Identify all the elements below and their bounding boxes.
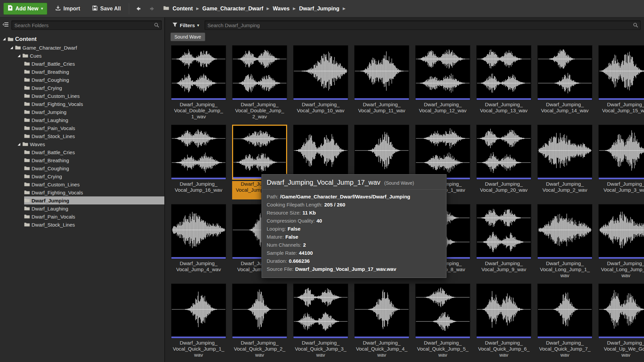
folder-icon	[24, 206, 30, 211]
asset-label: Dwarf_Jumping_Vocal_Long_Jump_2_wav	[598, 260, 644, 279]
expand-arrow-icon[interactable]	[17, 54, 21, 57]
search-assets-input[interactable]	[205, 20, 641, 30]
asset-label: Dwarf_Jumping_Vocal_Jump_16_wav	[171, 181, 226, 199]
add-new-button[interactable]: Add New ▾	[3, 3, 47, 15]
asset-tile[interactable]: Dwarf_Jumping_Vocal_Quick_Jump_5_wav	[415, 284, 470, 358]
folder-tree-item[interactable]: Waves	[0, 140, 164, 148]
asset-type-color-strip	[599, 178, 644, 179]
folder-icon	[8, 37, 13, 42]
folder-tree-item[interactable]: Content	[0, 35, 164, 44]
folder-tree-item[interactable]: Dwarf_Breathing	[0, 68, 164, 76]
asset-label: Dwarf_Jumping_Vocal_Jump_13_wav	[476, 102, 531, 120]
folder-tree-item[interactable]: Dwarf_Laughing	[0, 204, 164, 213]
folder-tree-item[interactable]: Cues	[0, 52, 164, 60]
folder-tree-item[interactable]: Dwarf_Fighting_Vocals	[0, 100, 164, 108]
asset-tile[interactable]: Dwarf_Jumping_Vocal_Jump_11_wav	[354, 45, 409, 120]
folder-tree-item[interactable]: Dwarf_Stock_Lines	[0, 221, 164, 229]
asset-tile[interactable]: Dwarf_Jumping_Vocal_Jump_12_wav	[415, 45, 470, 120]
folder-tree-item[interactable]: Dwarf_Battle_Cries	[0, 60, 164, 68]
breadcrumb-separator-icon: ▶	[293, 6, 296, 11]
asset-tile[interactable]: Dwarf_Jumping_Vocal_Quick_Jump_6_wav	[476, 284, 531, 358]
save-all-button[interactable]: Save All	[88, 3, 125, 15]
save-icon	[92, 5, 98, 12]
asset-tile[interactable]: Dwarf_Jumping_Vocal_Jump_10_wav	[293, 45, 348, 120]
folder-tree-item[interactable]: Dwarf_Battle_Cries	[0, 148, 164, 156]
filters-button[interactable]: Filters ▾	[170, 21, 201, 29]
breadcrumb-item[interactable]: Waves	[273, 6, 289, 12]
asset-tile[interactable]: Dwarf_Jumping_Vocal_Jump_14_wav	[537, 45, 592, 120]
folder-icon	[24, 158, 30, 163]
forward-button[interactable]	[147, 6, 157, 12]
asset-type-color-strip	[355, 98, 409, 100]
folder-tree-item[interactable]: Dwarf_Jumping	[0, 108, 164, 116]
filter-chip-sound-wave[interactable]: Sound Wave	[170, 33, 205, 41]
asset-tile[interactable]: Dwarf_Jumping_Vocal_Long_Jump_2_wav	[598, 204, 644, 279]
folder-tree-item[interactable]: Dwarf_Coughing	[0, 164, 164, 172]
sources-panel-toggle-icon[interactable]	[3, 22, 9, 28]
asset-tile[interactable]: Dwarf_Jumping_Vocal_Quick_Jump_7_wav	[537, 284, 592, 358]
asset-label: Dwarf_Jumping_Vocal_Quick_Jump_7_wav	[537, 340, 592, 358]
waveform-image	[599, 284, 644, 337]
expand-arrow-icon[interactable]	[9, 46, 13, 49]
folder-tree-item[interactable]: Dwarf_Crying	[0, 84, 164, 92]
waveform-image	[355, 125, 409, 178]
folder-icon	[24, 166, 30, 171]
asset-thumbnail	[171, 204, 226, 259]
asset-thumbnail	[476, 204, 531, 259]
asset-type-color-strip	[171, 337, 226, 338]
asset-thumbnail	[476, 284, 531, 339]
asset-tile[interactable]: Dwarf_Jumping_Vocal_Jump_2_wav	[537, 125, 592, 199]
asset-tile[interactable]: Dwarf_Jumping_Vocal_Quick_Jump_1_wav	[171, 284, 226, 358]
folder-tree-item[interactable]: Dwarf_Custom_Lines	[0, 92, 164, 100]
folder-tree-item[interactable]: Dwarf_Coughing	[0, 76, 164, 84]
asset-tile[interactable]: Dwarf_Jumping_Vocal_Jump_20_wav	[476, 125, 531, 199]
folder-tree-item[interactable]: Game_Character_Dwarf	[0, 44, 164, 52]
folder-tree-item[interactable]: Dwarf_Custom_Lines	[0, 180, 164, 188]
asset-tile[interactable]: Dwarf_Jumping_Vocal_Jump_9_wav	[476, 204, 531, 279]
breadcrumb-item[interactable]: Dwarf_Jumping	[299, 6, 339, 12]
asset-tile[interactable]: Dwarf_Jumping_Vocal_Quick_Jump_4_wav	[354, 284, 409, 358]
folder-tree-item[interactable]: Dwarf_Pain_Vocals	[0, 213, 164, 221]
asset-tile[interactable]: Dwarf_Jumping_Vocal_Jump_15_wav	[598, 45, 644, 120]
import-button[interactable]: Import	[51, 3, 84, 15]
asset-tile[interactable]: Dwarf_Jumping_Vocal_Jump_3_wav	[598, 125, 644, 199]
folder-tree-item[interactable]: Dwarf_Pain_Vocals	[0, 124, 164, 132]
asset-label: Dwarf_Jumping_Vocal_Jump_3_wav	[598, 181, 644, 199]
folder-tree: ContentGame_Character_DwarfCuesDwarf_Bat…	[0, 33, 164, 229]
folder-tree-item[interactable]: Dwarf_Jumping	[0, 196, 164, 204]
asset-tile[interactable]: Dwarf_Jumping_Vocal_Jump_13_wav	[476, 45, 531, 120]
asset-thumbnail	[232, 284, 287, 339]
tooltip-field: Resource Size:11 Kb	[267, 209, 441, 217]
folder-tree-item[interactable]: Dwarf_Breathing	[0, 156, 164, 164]
asset-tile[interactable]: Dwarf_Jumping_Vocal_Long_Jump_1_wav	[537, 204, 592, 279]
asset-label: Dwarf_Jumping_Vocal_Quick_Jump_6_wav	[476, 340, 531, 358]
waveform-image	[477, 125, 531, 178]
folder-icon	[24, 214, 30, 219]
folder-tree-item[interactable]: Dwarf_Crying	[0, 172, 164, 180]
asset-tile[interactable]: Dwarf_Jumping_Vocal_Double_Jump_1_wav	[171, 45, 226, 120]
asset-tile[interactable]: Dwarf_Jumping_Vocal_Quick_Jump_2_wav	[232, 284, 287, 358]
asset-label: Dwarf_Jumping_Vocal_Jump_11_wav	[354, 102, 409, 120]
asset-tile[interactable]: Dwarf_Jumping_Vocal_Double_Jump_2_wav	[232, 45, 287, 120]
folder-tree-item[interactable]: Dwarf_Laughing	[0, 116, 164, 124]
waveform-image	[538, 204, 592, 257]
folder-tree-item[interactable]: Dwarf_Fighting_Vocals	[0, 188, 164, 196]
breadcrumb-item[interactable]: Game_Character_Dwarf	[202, 6, 263, 12]
folder-tree-item[interactable]: Dwarf_Stock_Lines	[0, 132, 164, 140]
asset-tile[interactable]: Dwarf_Jumping_Vocal_Quick_Jump_3_wav	[293, 284, 348, 358]
chevron-down-icon: ▾	[41, 6, 43, 11]
asset-label: Dwarf_Jumping_Vocal_Long_Jump_1_wav	[537, 260, 592, 279]
waveform-image	[477, 284, 531, 337]
folder-name: Dwarf_Custom_Lines	[32, 182, 79, 187]
asset-tile[interactable]: Dwarf_Jumping_Vocal_Jump_4_wav	[171, 204, 226, 279]
breadcrumb-separator-icon: ▶	[196, 6, 199, 11]
asset-label: Dwarf_Jumping_Vocal_Quick_Jump_2_wav	[232, 340, 287, 358]
expand-arrow-icon[interactable]	[17, 143, 21, 146]
expand-arrow-icon[interactable]	[2, 38, 6, 41]
back-button[interactable]	[133, 6, 143, 12]
breadcrumb-item[interactable]: Content	[172, 6, 193, 12]
search-folders-input[interactable]	[11, 20, 162, 30]
asset-tile[interactable]: Dwarf_Jumping_Vocal_Up_We_Go_wav	[598, 284, 644, 358]
asset-tile[interactable]: Dwarf_Jumping_Vocal_Jump_16_wav	[171, 125, 226, 199]
folder-icon	[24, 222, 30, 227]
